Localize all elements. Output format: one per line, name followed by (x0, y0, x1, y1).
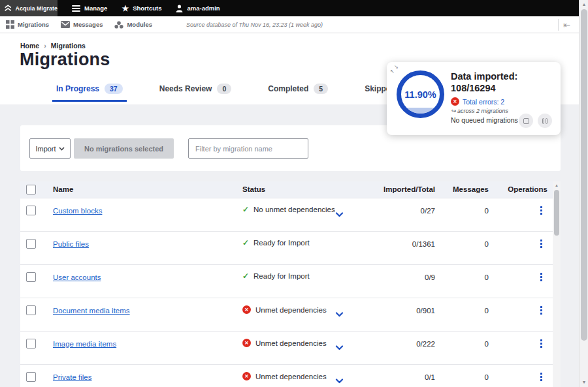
table-row: Custom blocks✓No unmet dependencies0/270 (20, 198, 553, 232)
scroll-up-icon[interactable]: ▲ (580, 0, 588, 9)
tray-collapse-icon[interactable]: ⇤ (558, 19, 575, 31)
status-cell: ✓No unmet dependencies (242, 206, 335, 213)
migrations-table: Name Status Imported/Total Messages Oper… (20, 181, 553, 387)
total-errors-link[interactable]: Total errors: 2 (463, 98, 504, 106)
selection-status-button: No migrations selected (74, 138, 174, 159)
imported-total-value: 0/9 (350, 273, 435, 281)
tab-needs-review[interactable]: Needs Review0 (155, 81, 236, 102)
modules-icon (114, 21, 123, 29)
tab-in-progress[interactable]: In Progress37 (52, 81, 127, 102)
imported-total-value: 0/901 (350, 307, 435, 315)
operations-kebab-icon[interactable] (534, 306, 547, 315)
row-checkbox[interactable] (26, 305, 36, 315)
status-cell: ✓Ready for Import (242, 272, 310, 280)
messages-count: 0 (443, 373, 489, 381)
progress-card-buttons (519, 114, 552, 128)
breadcrumb: Home › Migrations (20, 42, 86, 50)
chevron-down-icon[interactable] (335, 375, 344, 386)
shortcuts-label: Shortcuts (133, 5, 161, 12)
migration-name-link[interactable]: User accounts (53, 273, 101, 281)
grid-icon (6, 20, 14, 29)
row-checkbox[interactable] (26, 206, 36, 215)
tab-completed[interactable]: Completed5 (264, 81, 332, 102)
toolbar-item-messages[interactable]: Messages (61, 21, 103, 28)
brand-acquia-migrate[interactable]: Acquia Migrate (0, 0, 57, 16)
brand-label: Acquia Migrate (15, 5, 57, 12)
status-cell: ✕Unmet dependencies (242, 372, 327, 380)
pause-icon (542, 118, 547, 124)
operations-kebab-icon[interactable] (534, 240, 547, 248)
check-icon: ✓ (242, 206, 249, 213)
select-all-checkbox[interactable] (26, 185, 36, 194)
double-chevron-up-icon (4, 4, 12, 12)
stop-import-button[interactable] (519, 114, 533, 128)
migration-name-link[interactable]: Private files (53, 373, 91, 381)
column-header-status: Status (242, 185, 265, 193)
status-label: No unmet dependencies (253, 206, 335, 213)
shortcuts-menu[interactable]: ★ Shortcuts (122, 0, 161, 16)
total-errors-row: ✕ Total errors: 2 (451, 97, 554, 106)
table-row: Public files✓Ready for Import0/13610 (20, 232, 553, 265)
table-row: Image media items✕Unmet dependencies0/22… (20, 332, 553, 365)
scroll-down-icon[interactable]: ▼ (580, 378, 588, 387)
secondary-toolbar: Migrations Messages Modules Source datab… (0, 16, 579, 33)
row-checkbox[interactable] (26, 372, 36, 382)
migration-name-link[interactable]: Image media items (53, 340, 116, 348)
username-label: ama-admin (187, 5, 220, 12)
status-label: Unmet dependencies (255, 339, 327, 347)
operations-kebab-icon[interactable] (534, 273, 547, 281)
row-checkbox[interactable] (26, 239, 36, 249)
import-dropdown-button[interactable]: Import (29, 138, 71, 159)
page-scrollbar[interactable]: ▲ ▼ (579, 0, 588, 387)
scroll-up-icon[interactable]: ▲ (553, 181, 561, 189)
migration-name-link[interactable]: Document media items (53, 307, 130, 315)
table-row: Private files✕Unmet dependencies0/10 (20, 365, 553, 387)
chevron-right-icon: › (44, 42, 46, 50)
row-checkbox[interactable] (26, 272, 36, 282)
admin-toolbar: Acquia Migrate Manage ★ Shortcuts ama-ad… (0, 0, 579, 16)
tab-count-badge: 37 (105, 84, 123, 94)
error-icon: ✕ (242, 372, 251, 380)
messages-count: 0 (443, 207, 489, 215)
progress-ring: 11.90% (397, 70, 444, 118)
migration-name-link[interactable]: Public files (53, 240, 89, 248)
status-label: Ready for Import (253, 272, 310, 280)
pause-import-button[interactable] (538, 114, 552, 128)
row-checkbox[interactable] (26, 339, 36, 348)
import-progress-card: ↘ ↖ 11.90% Data imported: 108/16294 ✕ To… (387, 62, 561, 135)
data-imported-title: Data imported: 108/16294 (451, 70, 554, 94)
chevron-down-icon[interactable] (335, 341, 344, 353)
messages-count: 0 (443, 240, 489, 248)
migration-filter-input[interactable] (188, 138, 308, 159)
manage-menu[interactable]: Manage (72, 0, 107, 16)
table-scrollbar[interactable]: ▲ (553, 181, 561, 387)
operations-kebab-icon[interactable] (534, 206, 547, 215)
messages-count: 0 (443, 273, 489, 281)
breadcrumb-current: Migrations (51, 42, 86, 50)
breadcrumb-home[interactable]: Home (20, 42, 39, 50)
table-row: Document media items✕Unmet dependencies0… (20, 298, 553, 332)
user-icon (176, 5, 183, 12)
acquia-migrate-app: Acquia Migrate Manage ★ Shortcuts ama-ad… (0, 0, 588, 387)
toolbar-item-migrations[interactable]: Migrations (6, 20, 49, 29)
tab-count-badge: 5 (314, 84, 328, 94)
chevron-down-icon[interactable] (335, 208, 344, 220)
resize-icon[interactable]: ↘ ↖ (390, 64, 400, 74)
imported-total-value: 0/1361 (350, 240, 435, 248)
table-scrollbar-thumb[interactable] (554, 190, 559, 236)
operations-kebab-icon[interactable] (534, 373, 547, 381)
tab-label: Completed (268, 84, 308, 93)
migration-name-link[interactable]: Custom blocks (53, 207, 102, 215)
stop-icon (523, 118, 529, 124)
manage-label: Manage (84, 5, 107, 12)
chevron-down-icon[interactable] (335, 308, 344, 320)
messages-count: 0 (443, 340, 489, 348)
operations-kebab-icon[interactable] (534, 339, 547, 348)
toolbar-item-modules[interactable]: Modules (114, 21, 152, 29)
user-menu[interactable]: ama-admin (176, 0, 220, 16)
status-label: Ready for Import (253, 239, 310, 247)
table-row: User accounts✓Ready for Import0/90 (20, 265, 553, 298)
progress-percent: 11.90% (404, 89, 436, 100)
error-icon: ✕ (451, 97, 459, 106)
page-scrollbar-thumb[interactable] (581, 9, 587, 341)
